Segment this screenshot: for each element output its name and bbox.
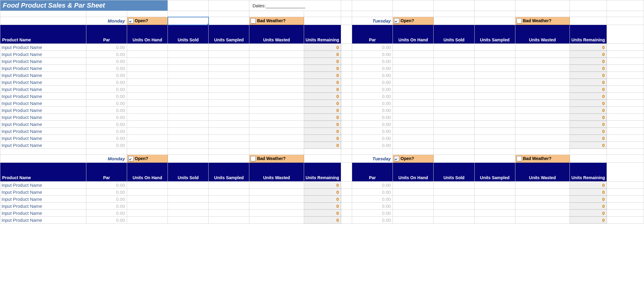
units-wasted-cell[interactable] [249,135,304,142]
units-sampled-cell[interactable] [474,121,515,128]
units-sampled-cell[interactable] [474,210,515,217]
units-remaining-cell[interactable]: 0 [304,196,341,203]
units-wasted-cell[interactable] [515,196,570,203]
units-remaining-cell[interactable]: 0 [570,58,607,65]
product-name-cell[interactable]: Input Product Name [0,86,86,93]
units-remaining-cell[interactable]: 0 [304,107,341,114]
units-remaining-cell[interactable]: 0 [570,79,607,86]
units-remaining-cell[interactable]: 0 [570,51,607,58]
units-wasted-cell[interactable] [515,189,570,196]
units-on-hand-cell[interactable] [393,114,434,121]
par-cell[interactable]: 0.00 [352,72,393,79]
par-cell[interactable]: 0.00 [86,79,127,86]
par-cell[interactable]: 0.00 [86,182,127,189]
units-wasted-cell[interactable] [249,196,304,203]
units-sold-cell[interactable] [168,203,209,210]
units-wasted-cell[interactable] [515,44,570,51]
par-cell[interactable]: 0.00 [86,51,127,58]
par-cell[interactable]: 0.00 [352,79,393,86]
units-remaining-cell[interactable]: 0 [304,100,341,107]
par-cell[interactable]: 0.00 [352,203,393,210]
units-remaining-cell[interactable]: 0 [304,79,341,86]
par-cell[interactable]: 0.00 [352,217,393,224]
units-remaining-cell[interactable]: 0 [304,93,341,100]
par-cell[interactable]: 0.00 [352,100,393,107]
units-sampled-cell[interactable] [474,79,515,86]
units-on-hand-cell[interactable] [393,79,434,86]
units-on-hand-cell[interactable] [393,93,434,100]
units-sampled-cell[interactable] [474,44,515,51]
par-cell[interactable]: 0.00 [86,114,127,121]
units-remaining-cell[interactable]: 0 [570,100,607,107]
units-sold-cell[interactable] [434,114,474,121]
units-on-hand-cell[interactable] [393,51,434,58]
units-sampled-cell[interactable] [209,65,249,72]
bad-weather-checkbox-monday[interactable]: Bad Weather? [249,17,304,25]
open-checkbox-monday[interactable]: Open? [127,155,168,163]
units-wasted-cell[interactable] [515,210,570,217]
product-name-cell[interactable]: Input Product Name [0,203,86,210]
units-on-hand-cell[interactable] [393,210,434,217]
units-on-hand-cell[interactable] [127,121,168,128]
units-on-hand-cell[interactable] [127,93,168,100]
units-sold-cell[interactable] [168,196,209,203]
par-cell[interactable]: 0.00 [352,86,393,93]
par-cell[interactable]: 0.00 [86,86,127,93]
units-sampled-cell[interactable] [474,128,515,135]
units-sampled-cell[interactable] [474,58,515,65]
units-sampled-cell[interactable] [209,58,249,65]
units-remaining-cell[interactable]: 0 [304,65,341,72]
units-sampled-cell[interactable] [474,86,515,93]
units-wasted-cell[interactable] [249,93,304,100]
units-wasted-cell[interactable] [249,114,304,121]
units-sampled-cell[interactable] [209,135,249,142]
units-on-hand-cell[interactable] [393,44,434,51]
units-on-hand-cell[interactable] [127,65,168,72]
par-cell[interactable]: 0.00 [352,44,393,51]
units-sampled-cell[interactable] [474,114,515,121]
units-sold-cell[interactable] [434,107,474,114]
units-remaining-cell[interactable]: 0 [570,210,607,217]
units-wasted-cell[interactable] [249,44,304,51]
open-checkbox-tuesday[interactable]: Open? [393,155,434,163]
units-sampled-cell[interactable] [474,182,515,189]
units-remaining-cell[interactable]: 0 [304,51,341,58]
product-name-cell[interactable]: Input Product Name [0,65,86,72]
units-wasted-cell[interactable] [515,72,570,79]
units-remaining-cell[interactable]: 0 [304,114,341,121]
units-remaining-cell[interactable]: 0 [570,135,607,142]
bad-weather-checkbox-tuesday[interactable]: Bad Weather? [515,155,570,163]
checkbox-icon[interactable] [394,18,399,23]
open-checkbox-tuesday[interactable]: Open? [393,17,434,25]
par-cell[interactable]: 0.00 [86,65,127,72]
units-sampled-cell[interactable] [474,142,515,149]
units-remaining-cell[interactable]: 0 [570,128,607,135]
units-sold-cell[interactable] [434,182,474,189]
units-on-hand-cell[interactable] [393,135,434,142]
par-cell[interactable]: 0.00 [86,72,127,79]
par-cell[interactable]: 0.00 [352,65,393,72]
units-sold-cell[interactable] [434,65,474,72]
units-remaining-cell[interactable]: 0 [304,72,341,79]
units-remaining-cell[interactable]: 0 [570,114,607,121]
units-remaining-cell[interactable]: 0 [570,182,607,189]
units-sold-cell[interactable] [168,189,209,196]
product-name-cell[interactable]: Input Product Name [0,121,86,128]
par-cell[interactable]: 0.00 [86,100,127,107]
units-sold-cell[interactable] [168,72,209,79]
units-sold-cell[interactable] [434,196,474,203]
checkbox-icon[interactable] [517,156,522,161]
product-name-cell[interactable]: Input Product Name [0,142,86,149]
units-sampled-cell[interactable] [209,72,249,79]
units-sold-cell[interactable] [168,65,209,72]
units-wasted-cell[interactable] [249,65,304,72]
units-sold-cell[interactable] [168,121,209,128]
units-remaining-cell[interactable]: 0 [304,217,341,224]
product-name-cell[interactable]: Input Product Name [0,189,86,196]
par-cell[interactable]: 0.00 [86,217,127,224]
units-wasted-cell[interactable] [515,93,570,100]
units-on-hand-cell[interactable] [127,44,168,51]
units-wasted-cell[interactable] [515,107,570,114]
checkbox-icon[interactable] [251,156,256,161]
product-name-cell[interactable]: Input Product Name [0,44,86,51]
